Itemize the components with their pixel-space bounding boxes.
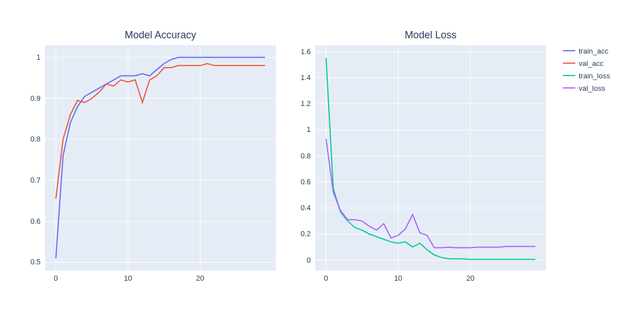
loss-chart-title: Model Loss — [315, 29, 546, 41]
y-tick-label: 1.6 — [301, 47, 311, 56]
legend-swatch — [563, 75, 575, 76]
legend-label: val_acc — [579, 59, 603, 68]
legend: train_accval_acctrain_lossval_loss — [563, 45, 610, 95]
legend-swatch — [563, 63, 575, 64]
legend-swatch — [563, 87, 575, 88]
y-tick-label: 1.2 — [301, 99, 311, 108]
y-tick-label: 1.4 — [301, 73, 311, 82]
accuracy-chart-title: Model Accuracy — [45, 29, 276, 41]
y-tick-label: 0.2 — [301, 229, 311, 238]
y-tick-label: 0.8 — [301, 152, 311, 160]
accuracy-chart: 010200.50.60.70.80.91 — [14, 39, 284, 293]
legend-item-val_loss[interactable]: val_loss — [563, 82, 610, 94]
x-tick-label: 20 — [466, 274, 474, 282]
y-tick-label: 0 — [307, 256, 311, 264]
y-tick-label: 0.5 — [30, 258, 41, 266]
y-tick-label: 0.4 — [301, 203, 311, 212]
y-tick-label: 1 — [307, 125, 311, 134]
x-tick-label: 0 — [324, 274, 328, 282]
legend-label: train_loss — [579, 72, 610, 80]
x-tick-label: 10 — [124, 274, 132, 282]
plot-background — [45, 45, 276, 271]
y-tick-label: 0.7 — [30, 176, 41, 184]
legend-label: val_loss — [579, 84, 605, 92]
loss-chart: 0102000.20.40.60.811.21.41.6 — [284, 39, 554, 293]
y-tick-label: 0.9 — [30, 94, 41, 103]
y-tick-label: 0.6 — [301, 178, 311, 186]
legend-item-val_acc[interactable]: val_acc — [563, 57, 610, 69]
legend-item-train_loss[interactable]: train_loss — [563, 70, 610, 81]
y-tick-label: 1 — [37, 53, 41, 61]
y-tick-label: 0.6 — [30, 217, 41, 225]
y-tick-label: 0.8 — [30, 135, 41, 143]
legend-swatch — [563, 50, 575, 51]
legend-item-train_acc[interactable]: train_acc — [563, 45, 610, 56]
x-tick-label: 10 — [394, 274, 402, 282]
x-tick-label: 0 — [54, 274, 58, 282]
plot-background — [315, 45, 546, 271]
legend-label: train_acc — [579, 47, 609, 55]
chart-container: 010200.50.60.70.80.91Model Accuracy01020… — [0, 0, 644, 310]
x-tick-label: 20 — [196, 274, 204, 282]
